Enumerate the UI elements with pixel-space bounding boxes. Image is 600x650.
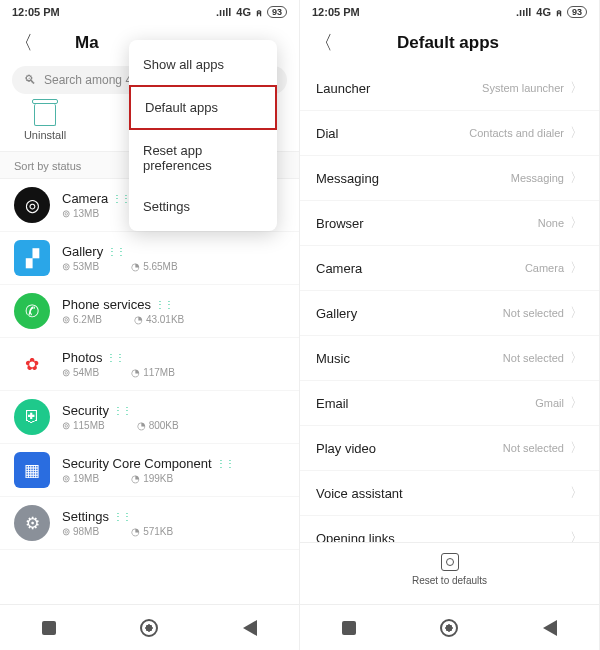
manage-apps-screen: 12:05 PM .ııll 4G ⩀ 93 〈 Ma 🔍︎ Search am… (0, 0, 300, 650)
chevron-right-icon: 〉 (570, 259, 583, 277)
app-memory: ⊚ 98MB (62, 526, 99, 537)
app-icon: ▦ (14, 452, 50, 488)
app-name: Photos (62, 350, 102, 365)
nav-bar (0, 604, 299, 650)
setting-row[interactable]: BrowserNone〉 (300, 201, 599, 246)
clock: 12:05 PM (12, 6, 60, 18)
status-bar: 12:05 PM .ııll 4G ⩀ 93 (0, 0, 299, 24)
page-title: Default apps (397, 33, 499, 53)
setting-row[interactable]: CameraCamera〉 (300, 246, 599, 291)
app-row[interactable]: ✆Phone services⋮⋮⊚ 6.2MB◔ 43.01KB (0, 285, 299, 338)
setting-value: System launcher (482, 82, 564, 94)
memory-icon: ⊚ (62, 420, 70, 431)
app-name: Security Core Component (62, 456, 212, 471)
app-icon: ◎ (14, 187, 50, 223)
back-icon[interactable]: 〈 (314, 30, 333, 56)
running-indicator-icon: ⋮⋮ (155, 299, 173, 310)
clock: 12:05 PM (312, 6, 360, 18)
storage-icon: ◔ (131, 367, 140, 378)
setting-label: Messaging (316, 171, 379, 186)
setting-value: Messaging (511, 172, 564, 184)
storage-icon: ◔ (131, 261, 140, 272)
setting-row[interactable]: MusicNot selected〉 (300, 336, 599, 381)
setting-row[interactable]: Voice assistant〉 (300, 471, 599, 516)
running-indicator-icon: ⋮⋮ (106, 352, 124, 363)
setting-row[interactable]: MessagingMessaging〉 (300, 156, 599, 201)
storage-icon: ◔ (134, 314, 143, 325)
app-row[interactable]: ✿Photos⋮⋮⊚ 54MB◔ 117MB (0, 338, 299, 391)
chevron-right-icon: 〉 (570, 79, 583, 97)
chevron-right-icon: 〉 (570, 349, 583, 367)
app-memory: ⊚ 54MB (62, 367, 99, 378)
search-icon: 🔍︎ (24, 73, 36, 87)
app-storage: ◔ 571KB (131, 526, 173, 537)
app-list[interactable]: ◎Camera⋮⋮⊚ 13MB◔ 24.58KB▞Gallery⋮⋮⊚ 53MB… (0, 179, 299, 617)
nav-recents-icon[interactable] (42, 621, 56, 635)
chevron-right-icon: 〉 (570, 394, 583, 412)
setting-label: Launcher (316, 81, 370, 96)
reset-defaults-button[interactable]: Reset to defaults (300, 542, 599, 596)
setting-value: None (538, 217, 564, 229)
storage-icon: ◔ (131, 526, 140, 537)
running-indicator-icon: ⋮⋮ (113, 511, 131, 522)
app-memory: ⊚ 13MB (62, 208, 99, 219)
app-name: Camera (62, 191, 108, 206)
app-icon: ⛨ (14, 399, 50, 435)
app-row[interactable]: ⛨Security⋮⋮⊚ 115MB◔ 800KB (0, 391, 299, 444)
setting-value: Not selected (503, 307, 564, 319)
page-title: Ma (75, 33, 99, 53)
uninstall-label: Uninstall (24, 129, 66, 141)
vowifi-icon: ⩀ (556, 6, 562, 18)
overflow-popup: Show all apps Default apps Reset app pre… (129, 40, 277, 231)
setting-label: Dial (316, 126, 338, 141)
app-storage: ◔ 199KB (131, 473, 173, 484)
trash-icon (34, 104, 56, 126)
setting-row[interactable]: Play videoNot selected〉 (300, 426, 599, 471)
setting-row[interactable]: GalleryNot selected〉 (300, 291, 599, 336)
chevron-right-icon: 〉 (570, 124, 583, 142)
setting-label: Email (316, 396, 349, 411)
app-name: Settings (62, 509, 109, 524)
back-icon[interactable]: 〈 (14, 30, 33, 56)
setting-label: Music (316, 351, 350, 366)
setting-row[interactable]: Opening links〉 (300, 516, 599, 544)
popup-default-apps[interactable]: Default apps (129, 85, 277, 130)
app-row[interactable]: ▞Gallery⋮⋮⊚ 53MB◔ 5.65MB (0, 232, 299, 285)
app-memory: ⊚ 6.2MB (62, 314, 102, 325)
app-row[interactable]: ▦Security Core Component⋮⋮⊚ 19MB◔ 199KB (0, 444, 299, 497)
network-label: 4G (236, 6, 251, 18)
setting-value: Gmail (535, 397, 564, 409)
nav-recents-icon[interactable] (342, 621, 356, 635)
app-name: Gallery (62, 244, 103, 259)
popup-reset-prefs[interactable]: Reset app preferences (129, 130, 277, 186)
popup-settings[interactable]: Settings (129, 186, 277, 227)
app-icon: ⚙ (14, 505, 50, 541)
setting-row[interactable]: EmailGmail〉 (300, 381, 599, 426)
running-indicator-icon: ⋮⋮ (113, 405, 131, 416)
nav-home-icon[interactable] (140, 619, 158, 637)
header: 〈 Default apps (300, 24, 599, 66)
chevron-right-icon: 〉 (570, 169, 583, 187)
nav-home-icon[interactable] (440, 619, 458, 637)
app-icon: ▞ (14, 240, 50, 276)
app-name: Security (62, 403, 109, 418)
memory-icon: ⊚ (62, 208, 70, 219)
settings-list[interactable]: LauncherSystem launcher〉DialContacts and… (300, 66, 599, 544)
nav-back-icon[interactable] (243, 620, 257, 636)
storage-icon: ◔ (131, 473, 140, 484)
setting-row[interactable]: LauncherSystem launcher〉 (300, 66, 599, 111)
popup-show-all[interactable]: Show all apps (129, 44, 277, 85)
setting-label: Camera (316, 261, 362, 276)
memory-icon: ⊚ (62, 261, 70, 272)
setting-value: Camera (525, 262, 564, 274)
app-icon: ✿ (14, 346, 50, 382)
app-memory: ⊚ 53MB (62, 261, 99, 272)
signal-icon: .ııll (516, 6, 531, 18)
app-row[interactable]: ⚙Settings⋮⋮⊚ 98MB◔ 571KB (0, 497, 299, 550)
nav-back-icon[interactable] (543, 620, 557, 636)
signal-icon: .ııll (216, 6, 231, 18)
status-bar: 12:05 PM .ııll 4G ⩀ 93 (300, 0, 599, 24)
uninstall-button[interactable]: Uninstall (14, 104, 76, 141)
app-name: Phone services (62, 297, 151, 312)
setting-row[interactable]: DialContacts and dialer〉 (300, 111, 599, 156)
